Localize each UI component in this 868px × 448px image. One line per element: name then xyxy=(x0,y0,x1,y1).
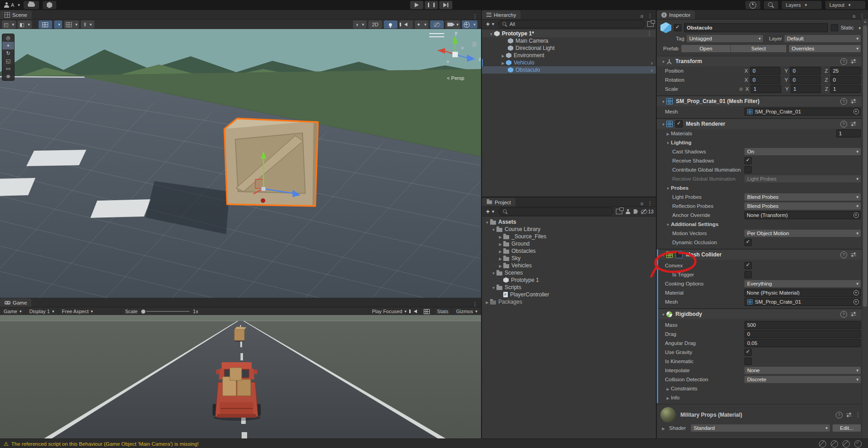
cloud-services-button[interactable] xyxy=(24,1,39,9)
game-gizmos-dropdown[interactable]: Gizmos xyxy=(452,307,481,315)
rotate-tool-button[interactable]: ↻ xyxy=(2,49,14,57)
display-target-dropdown[interactable]: Game xyxy=(0,307,26,315)
project-item-sky[interactable]: Sky xyxy=(482,255,656,262)
project-item-course-library[interactable]: Course Library xyxy=(482,226,656,233)
display-dropdown[interactable]: Display 1 xyxy=(26,307,59,315)
drag-field[interactable]: 0 xyxy=(744,330,861,338)
kebab-icon[interactable] xyxy=(855,412,861,418)
materials-row[interactable]: Materials 1 xyxy=(657,129,868,138)
scene-camera-dropdown[interactable] xyxy=(446,20,461,29)
collision-detection-dropdown[interactable]: Discrete xyxy=(744,376,861,383)
hierarchy-menu-icon[interactable] xyxy=(647,13,653,19)
mesh-renderer-header[interactable]: Mesh Renderer xyxy=(657,118,868,129)
hidden-count-toggle[interactable]: 13 xyxy=(641,209,654,214)
anchor-override-field[interactable]: None (Transform) xyxy=(744,211,861,219)
muted-collab-icon[interactable] xyxy=(831,440,838,448)
prefab-overrides-dropdown[interactable]: Overrides xyxy=(789,45,861,52)
hierarchy-item-scene[interactable]: Prototype 1* xyxy=(482,30,656,37)
help-icon[interactable] xyxy=(840,311,847,318)
hierarchy-item-environment[interactable]: Environment xyxy=(482,52,656,59)
tab-inspector[interactable]: Inspector xyxy=(657,10,695,19)
lock-icon[interactable] xyxy=(640,13,643,19)
object-picker-icon[interactable] xyxy=(853,212,859,218)
prefab-select-button[interactable]: Select xyxy=(730,45,786,52)
scene-tab-menu-icon[interactable] xyxy=(472,14,478,19)
move-snap-button[interactable] xyxy=(64,20,79,29)
project-item-playercontroller[interactable]: PlayerController xyxy=(482,291,656,298)
version-control-button[interactable] xyxy=(43,1,56,9)
material-preview-sphere[interactable] xyxy=(660,407,676,423)
project-search[interactable] xyxy=(499,207,613,216)
tab-project[interactable]: Project xyxy=(482,198,516,207)
cooking-options-dropdown[interactable]: Everything xyxy=(744,280,861,287)
scene-audio-toggle[interactable] xyxy=(399,20,413,29)
layout-dropdown[interactable]: Layout xyxy=(825,1,865,9)
help-icon[interactable] xyxy=(840,121,847,128)
play-button[interactable] xyxy=(410,1,423,9)
help-icon[interactable] xyxy=(836,412,843,418)
prefab-open-chevron[interactable] xyxy=(651,60,656,66)
scene-effects-dropdown[interactable]: ✦ xyxy=(415,20,428,29)
rotation-y-field[interactable]: 0 xyxy=(790,76,820,84)
label-filter-icon[interactable] xyxy=(634,209,638,214)
contribute-gi-checkbox[interactable] xyxy=(744,166,752,173)
tag-dropdown[interactable]: Untagged xyxy=(687,35,763,42)
view-tool-button[interactable]: ◎ xyxy=(2,34,14,42)
crate-object[interactable] xyxy=(224,118,318,206)
play-focus-dropdown[interactable]: Play Focused xyxy=(368,307,410,315)
scale-tool-button[interactable]: ◱ xyxy=(2,57,14,65)
stats-toggle[interactable]: Stats xyxy=(433,307,452,315)
help-icon[interactable] xyxy=(840,98,847,105)
scale-y-field[interactable]: 1 xyxy=(791,85,821,93)
scene-lighting-toggle[interactable] xyxy=(384,20,397,29)
materials-count-field[interactable]: 1 xyxy=(836,129,861,138)
tab-scene[interactable]: Scene xyxy=(0,10,32,19)
presets-icon[interactable] xyxy=(846,413,852,418)
project-item-ground[interactable]: Ground xyxy=(482,240,656,247)
rotation-z-field[interactable]: 0 xyxy=(830,76,861,84)
project-item-vehicles[interactable]: Vehicles xyxy=(482,262,656,269)
project-item-scripts[interactable]: Scripts xyxy=(482,284,656,291)
help-icon[interactable] xyxy=(840,58,847,65)
lock-icon[interactable] xyxy=(853,13,855,19)
rotation-x-field[interactable]: 0 xyxy=(750,76,780,84)
transform-header[interactable]: Transform xyxy=(657,56,868,66)
name-field[interactable]: Obstaculo xyxy=(684,23,828,32)
presets-icon[interactable] xyxy=(851,252,856,257)
lock-icon[interactable] xyxy=(640,200,643,207)
2d-toggle[interactable]: 2D xyxy=(368,20,382,29)
convex-checkbox[interactable] xyxy=(744,262,752,269)
interpolate-dropdown[interactable]: None xyxy=(744,367,861,374)
is-kinematic-checkbox[interactable] xyxy=(744,358,752,365)
step-button[interactable] xyxy=(439,1,452,9)
position-y-field[interactable]: 0 xyxy=(790,67,820,75)
object-picker-icon[interactable] xyxy=(853,109,859,114)
angular-drag-field[interactable]: 0.05 xyxy=(744,339,861,347)
active-checkbox[interactable] xyxy=(674,24,681,31)
mesh-object-field[interactable]: SM_Prop_Crate_01 xyxy=(744,108,861,116)
project-item-scenes[interactable]: Scenes xyxy=(482,269,656,276)
pause-button[interactable] xyxy=(425,1,438,9)
open-new-window-icon[interactable] xyxy=(616,209,622,214)
mass-field[interactable]: 500 xyxy=(744,321,861,329)
scene-kebab-icon[interactable] xyxy=(647,31,656,36)
scrollbar-thumb[interactable] xyxy=(863,25,867,307)
scale-x-field[interactable]: 1 xyxy=(751,85,781,93)
scene-visibility-gizmo-dropdown[interactable] xyxy=(462,20,477,29)
static-checkbox[interactable] xyxy=(831,24,838,31)
move-tool-button[interactable]: + xyxy=(2,42,14,49)
position-x-field[interactable]: 0 xyxy=(750,67,780,75)
scale-slider-track[interactable] xyxy=(146,311,189,312)
shader-edit-button[interactable]: Edit... xyxy=(833,424,861,432)
search-button[interactable] xyxy=(764,1,778,9)
mesh-filter-header[interactable]: SM_Prop_Crate_01 (Mesh Filter) xyxy=(657,96,868,106)
game-viewport[interactable] xyxy=(0,315,481,438)
grid-snap-dropdown[interactable] xyxy=(54,20,62,29)
aspect-ratio-dropdown[interactable]: Free Aspect xyxy=(58,307,120,315)
probes-group[interactable]: Probes xyxy=(657,183,868,192)
receive-shadows-checkbox[interactable] xyxy=(744,157,752,164)
constraints-row[interactable]: Constraints xyxy=(657,384,868,393)
is-trigger-checkbox[interactable] xyxy=(744,271,752,278)
help-icon[interactable] xyxy=(840,251,847,258)
transform-tool-button[interactable]: ⊕ xyxy=(2,73,14,80)
